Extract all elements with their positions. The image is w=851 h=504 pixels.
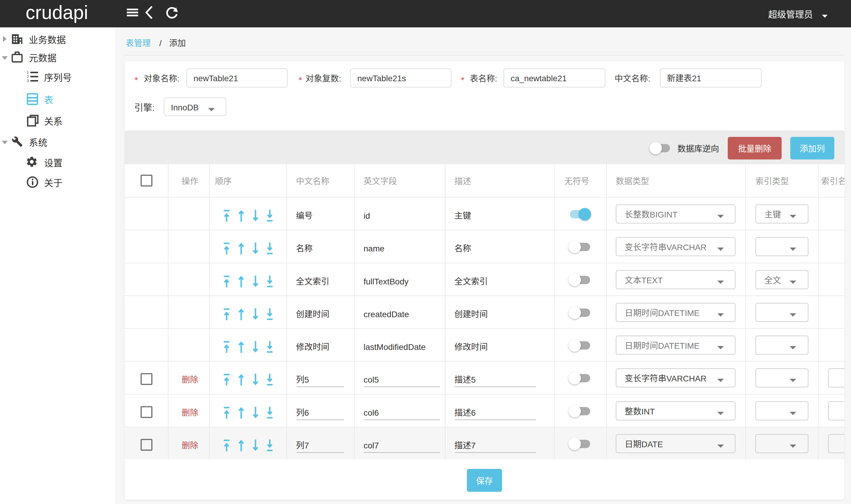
svg-text:2: 2	[27, 75, 29, 79]
svg-text:3: 3	[27, 79, 29, 83]
svg-text:1: 1	[27, 71, 29, 75]
